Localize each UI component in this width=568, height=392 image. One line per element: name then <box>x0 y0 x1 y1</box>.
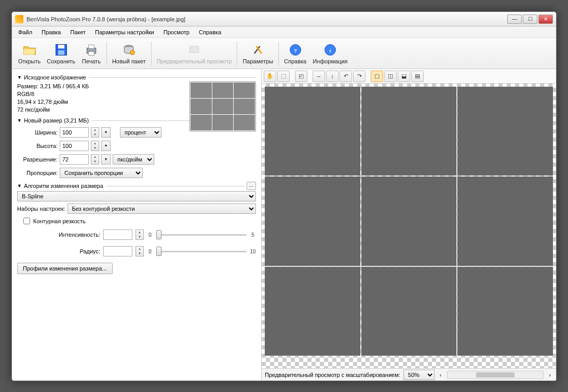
help-button[interactable]: ?Справка <box>281 42 309 65</box>
menu-view[interactable]: Просмотр <box>159 28 194 37</box>
resolution-unit-select[interactable]: пкс/дюйм <box>113 154 154 165</box>
resolution-input[interactable] <box>60 154 89 165</box>
preview-bottombar: Предварительный просмотр с масштабирован… <box>262 368 556 381</box>
crop-tool-button[interactable]: ◰ <box>295 71 307 82</box>
source-thumbnail[interactable] <box>190 82 256 131</box>
algorithm-select[interactable]: B-Spline <box>17 191 256 201</box>
svg-rect-1 <box>58 45 64 48</box>
width-presets-button[interactable]: ▾ <box>101 127 111 138</box>
radius-label: Радиус: <box>17 248 100 254</box>
width-spinner[interactable]: ▲▼ <box>91 127 99 138</box>
svg-text:?: ? <box>294 48 297 53</box>
open-button[interactable]: Открыть <box>15 42 44 65</box>
intensity-spinner[interactable]: ▲▼ <box>136 229 144 240</box>
collapse-icon: ▼ <box>17 75 22 80</box>
resolution-spinner[interactable]: ▲▼ <box>91 154 99 165</box>
flip-v-button[interactable]: ↕ <box>326 71 339 82</box>
flip-h-button[interactable]: ↔ <box>313 71 325 82</box>
intensity-slider[interactable] <box>156 229 247 240</box>
view-single-button[interactable]: ▢ <box>371 71 383 82</box>
svg-point-7 <box>130 50 135 55</box>
height-presets-button[interactable]: ▾ <box>101 141 111 151</box>
hand-tool-button[interactable]: ✋ <box>264 71 276 82</box>
intensity-label: Интенсивность: <box>17 232 100 238</box>
save-button[interactable]: Сохранить <box>44 42 78 65</box>
scroll-left-button[interactable]: ‹ <box>438 372 444 378</box>
view-split-h-button[interactable]: ◫ <box>384 71 397 82</box>
zoom-label: Предварительный просмотр с масштабирован… <box>265 372 400 378</box>
right-panel: ✋ ⬚ ◰ ↔ ↕ ↶ ↷ ▢ ◫ ⬓ ▤ <box>261 69 556 381</box>
minimize-button[interactable]: — <box>507 15 522 24</box>
new-batch-button[interactable]: Новый пакет <box>109 42 149 65</box>
view-toolbar: ✋ ⬚ ◰ ↔ ↕ ↶ ↷ ▢ ◫ ⬓ ▤ <box>262 69 556 84</box>
view-split-v-button[interactable]: ⬓ <box>398 71 410 82</box>
svg-rect-4 <box>89 45 94 48</box>
unit-select[interactable]: процент <box>120 127 161 138</box>
aspect-select[interactable]: Сохранить пропорции <box>60 168 143 178</box>
maximize-button[interactable]: ☐ <box>523 15 537 24</box>
svg-rect-8 <box>190 46 199 52</box>
app-window: BenVista PhotoZoom Pro 7.0.8 (wersja pró… <box>11 11 557 381</box>
scroll-right-button[interactable]: › <box>547 372 553 378</box>
print-button[interactable]: Печать <box>78 42 104 65</box>
close-button[interactable]: ✕ <box>538 15 553 24</box>
radius-input[interactable] <box>103 246 132 256</box>
intensity-input[interactable] <box>103 229 132 240</box>
select-tool-button[interactable]: ⬚ <box>277 71 290 82</box>
width-input[interactable] <box>60 127 89 138</box>
svg-rect-2 <box>58 50 64 55</box>
preview-button[interactable]: Предварительный просмотр <box>154 42 235 65</box>
source-info: Размер: 3,21 МБ / 965,4 КБ RGB/8 16,94 x… <box>17 82 256 114</box>
parameters-button[interactable]: Параметры <box>239 42 276 65</box>
source-section-header[interactable]: ▼ Исходное изображение <box>17 74 256 80</box>
left-panel: ▼ Исходное изображение Размер: 3,21 МБ /… <box>12 69 261 381</box>
height-spinner[interactable]: ▲▼ <box>91 141 99 151</box>
collapse-icon: ▼ <box>17 183 22 188</box>
menu-file[interactable]: Файл <box>14 28 36 37</box>
view-grid-button[interactable]: ▤ <box>411 71 424 82</box>
algo-options-button[interactable]: … <box>247 182 256 190</box>
horizontal-scrollbar[interactable] <box>447 371 544 379</box>
menu-help[interactable]: Справка <box>195 28 225 37</box>
unsharp-checkbox[interactable] <box>23 218 30 224</box>
unsharp-label: Контурная резкость <box>33 218 86 224</box>
svg-rect-5 <box>89 51 94 55</box>
preview-image <box>265 87 553 356</box>
height-input[interactable] <box>60 141 89 151</box>
main-toolbar: Открыть Сохранить Печать Новый пакет Пре… <box>12 38 556 69</box>
rotate-cw-button[interactable]: ↷ <box>353 71 366 82</box>
resize-profiles-button[interactable]: Профили изменения размера... <box>17 263 113 274</box>
zoom-select[interactable]: 50% <box>403 370 435 380</box>
width-label: Ширина: <box>17 129 58 136</box>
window-title: BenVista PhotoZoom Pro 7.0.8 (wersja pró… <box>26 16 507 22</box>
menu-batch[interactable]: Пакет <box>66 28 90 37</box>
radius-slider[interactable] <box>156 246 247 256</box>
menubar: Файл Правка Пакет Параметры настройки Пр… <box>12 26 556 38</box>
presets-select[interactable]: Без контурной резкости <box>67 204 256 214</box>
resolution-label: Разрешение: <box>17 156 58 163</box>
presets-label: Наборы настроек: <box>17 206 65 212</box>
titlebar[interactable]: BenVista PhotoZoom Pro 7.0.8 (wersja pró… <box>12 12 556 26</box>
svg-text:i: i <box>330 48 331 53</box>
rotate-ccw-button[interactable]: ↶ <box>340 71 352 82</box>
content-area: ▼ Исходное изображение Размер: 3,21 МБ /… <box>12 69 556 381</box>
height-label: Высота: <box>17 143 58 149</box>
preview-viewport[interactable] <box>262 84 556 368</box>
collapse-icon: ▼ <box>17 118 22 123</box>
aspect-label: Пропорции: <box>17 170 58 176</box>
menu-settings[interactable]: Параметры настройки <box>91 28 158 37</box>
menu-edit[interactable]: Правка <box>37 28 65 37</box>
info-button[interactable]: iИнформация <box>309 42 350 65</box>
algo-section-header[interactable]: ▼ Алгоритм изменения размера … <box>17 182 256 190</box>
radius-spinner[interactable]: ▲▼ <box>136 246 144 256</box>
resolution-presets-button[interactable]: ▾ <box>101 154 111 165</box>
app-icon <box>15 15 23 23</box>
